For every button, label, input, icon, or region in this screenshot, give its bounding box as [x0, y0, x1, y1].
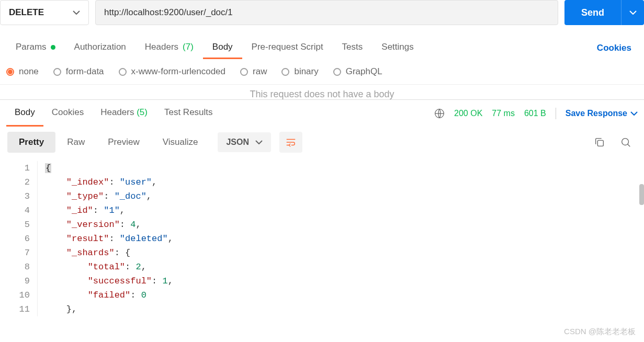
radio-form-data-label: form-data — [66, 66, 104, 77]
tab-settings[interactable]: Settings — [372, 37, 423, 59]
radio-icon — [281, 68, 289, 76]
params-dot-icon — [51, 45, 55, 50]
radio-raw[interactable]: raw — [240, 66, 267, 77]
resp-tab-cookies[interactable]: Cookies — [43, 100, 92, 127]
view-tab-raw[interactable]: Raw — [55, 132, 96, 153]
tab-body[interactable]: Body — [203, 37, 242, 59]
radio-urlencoded-label: x-www-form-urlencoded — [131, 66, 225, 77]
chevron-down-icon — [629, 10, 637, 15]
response-format-value: JSON — [226, 138, 249, 147]
radio-none[interactable]: none — [6, 66, 39, 77]
radio-icon — [6, 68, 14, 76]
no-body-message: This request does not have a body — [0, 85, 644, 99]
globe-icon[interactable] — [434, 108, 445, 119]
http-method-select[interactable]: DELETE — [0, 0, 89, 25]
radio-none-label: none — [19, 66, 39, 77]
chevron-down-icon — [255, 140, 263, 144]
request-bar: DELETE Send — [0, 0, 644, 32]
response-status: 200 OK — [454, 109, 482, 118]
wrap-icon — [285, 136, 297, 148]
radio-raw-label: raw — [253, 66, 267, 77]
view-tab-preview[interactable]: Preview — [96, 132, 151, 153]
response-size: 601 B — [524, 109, 546, 118]
url-input[interactable] — [95, 0, 558, 25]
tab-params-label: Params — [16, 42, 47, 52]
radio-binary[interactable]: binary — [281, 66, 318, 77]
response-time: 77 ms — [492, 109, 515, 118]
resp-tab-headers-count: (5) — [137, 107, 148, 117]
tab-headers[interactable]: Headers (7) — [135, 37, 203, 59]
response-format-select[interactable]: JSON — [218, 132, 271, 152]
search-icon[interactable] — [620, 136, 631, 148]
tab-headers-label: Headers — [145, 42, 178, 52]
send-button-group: Send — [564, 0, 644, 25]
tab-prerequest[interactable]: Pre-request Script — [242, 37, 333, 59]
radio-form-data[interactable]: form-data — [53, 66, 104, 77]
radio-binary-label: binary — [294, 66, 318, 77]
chevron-down-icon — [630, 111, 638, 116]
code-content[interactable]: { "_index": "user", "_type": "_doc", "_i… — [38, 161, 644, 316]
view-tabs: Pretty Raw Preview Visualize — [7, 132, 209, 153]
response-view-toolbar: Pretty Raw Preview Visualize JSON — [0, 127, 644, 158]
toolbar-right — [594, 136, 637, 148]
response-header: Body Cookies Headers (5) Test Results 20… — [0, 99, 644, 127]
radio-icon — [333, 68, 341, 76]
radio-icon — [119, 68, 127, 76]
send-dropdown-button[interactable] — [621, 0, 644, 25]
cookies-link[interactable]: Cookies — [591, 38, 638, 59]
view-tab-visualize[interactable]: Visualize — [151, 132, 210, 153]
scrollbar-thumb[interactable] — [639, 184, 644, 205]
resp-tab-headers-label: Headers — [100, 107, 134, 117]
resp-tab-body[interactable]: Body — [6, 100, 43, 127]
tab-authorization[interactable]: Authorization — [65, 37, 135, 59]
tab-tests[interactable]: Tests — [333, 37, 372, 59]
resp-tab-testresults[interactable]: Test Results — [156, 100, 221, 127]
response-body-editor[interactable]: 1234567891011 { "_index": "user", "_type… — [0, 158, 644, 316]
response-meta: 200 OK 77 ms 601 B Save Response — [434, 108, 638, 119]
line-gutter: 1234567891011 — [0, 161, 38, 316]
body-type-radios: none form-data x-www-form-urlencoded raw… — [0, 59, 644, 85]
save-response-label: Save Response — [566, 109, 627, 118]
radio-urlencoded[interactable]: x-www-form-urlencoded — [119, 66, 225, 77]
save-response-button[interactable]: Save Response — [566, 109, 638, 118]
tab-headers-count: (7) — [183, 42, 194, 52]
http-method-value: DELETE — [9, 7, 44, 18]
radio-icon — [53, 68, 61, 76]
wrap-lines-button[interactable] — [279, 132, 302, 153]
radio-graphql[interactable]: GraphQL — [333, 66, 382, 77]
radio-graphql-label: GraphQL — [346, 66, 382, 77]
send-button[interactable]: Send — [564, 0, 621, 25]
tab-params[interactable]: Params — [6, 37, 65, 59]
svg-point-2 — [622, 139, 629, 145]
response-tabs: Body Cookies Headers (5) Test Results — [6, 100, 221, 127]
copy-icon[interactable] — [594, 136, 605, 148]
divider — [556, 108, 556, 119]
view-tab-pretty[interactable]: Pretty — [7, 132, 55, 153]
radio-icon — [240, 68, 248, 76]
chevron-down-icon — [73, 10, 80, 15]
request-tabs: Params Authorization Headers (7) Body Pr… — [0, 32, 644, 59]
svg-rect-1 — [597, 140, 603, 146]
resp-tab-headers[interactable]: Headers (5) — [92, 100, 156, 127]
